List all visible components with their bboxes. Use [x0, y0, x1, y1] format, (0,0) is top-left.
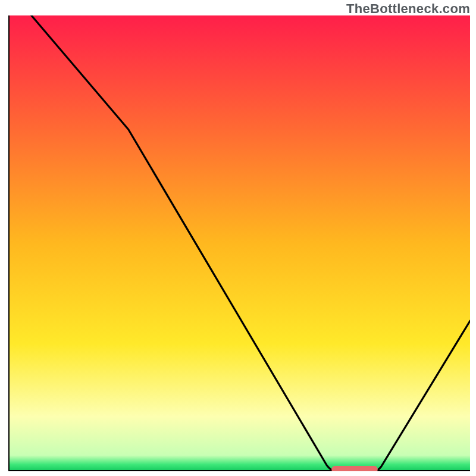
- bottleneck-plot: [8, 15, 470, 471]
- optimal-range-marker: [331, 466, 378, 471]
- watermark-text: TheBottleneck.com: [346, 1, 470, 17]
- chart-container: TheBottleneck.com: [0, 0, 476, 476]
- gradient-background: [8, 15, 470, 471]
